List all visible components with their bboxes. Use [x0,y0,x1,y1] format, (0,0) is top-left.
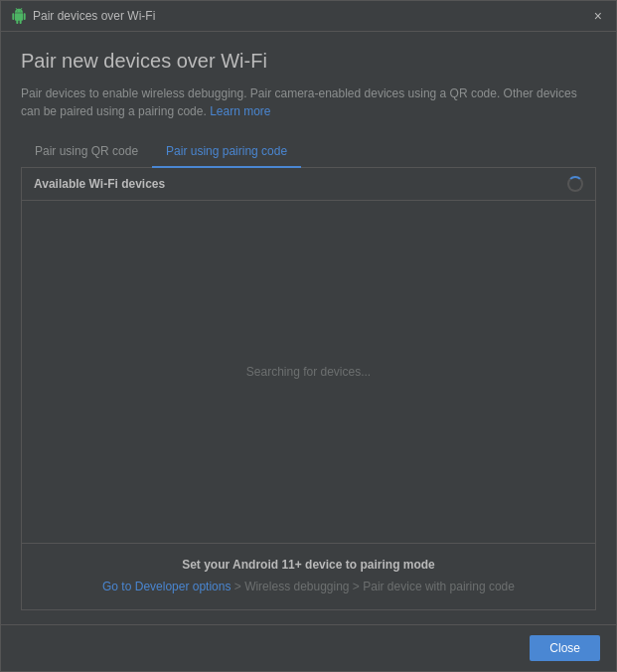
title-bar-title: Pair devices over Wi-Fi [33,9,155,23]
pairing-mode-desc-rest: > Wireless debugging > Pair device with … [231,580,515,593]
pairing-mode-title: Set your Android 11+ device to pairing m… [36,558,581,572]
pairing-mode-description: Go to Developer options > Wireless debug… [36,578,581,595]
searching-text: Searching for devices... [246,365,371,379]
available-devices-label: Available Wi-Fi devices [34,177,165,191]
developer-options-link[interactable]: Go to Developer options [102,580,231,593]
title-bar: Pair devices over Wi-Fi × [1,1,616,32]
close-dialog-button[interactable]: Close [530,635,600,661]
title-bar-left: Pair devices over Wi-Fi [11,8,155,24]
pairing-instructions: Set your Android 11+ device to pairing m… [22,543,595,609]
tabs-container: Pair using QR code Pair using pairing co… [21,136,596,168]
dialog-description: Pair devices to enable wireless debuggin… [21,84,596,120]
tab-pairing-code[interactable]: Pair using pairing code [152,136,301,168]
pair-devices-dialog: Pair devices over Wi-Fi × Pair new devic… [0,0,617,672]
title-bar-close-button[interactable]: × [590,7,606,25]
dialog-heading: Pair new devices over Wi-Fi [21,50,596,73]
searching-area: Searching for devices... [22,201,595,543]
tab-qr-code[interactable]: Pair using QR code [21,136,152,168]
android-icon [11,8,27,24]
device-panel-header: Available Wi-Fi devices [22,168,595,201]
description-text: Pair devices to enable wireless debuggin… [21,86,577,118]
main-content: Pair new devices over Wi-Fi Pair devices… [1,32,616,624]
device-panel: Available Wi-Fi devices Searching for de… [21,168,596,610]
dialog-footer: Close [1,624,616,671]
learn-more-link[interactable]: Learn more [210,104,270,118]
loading-spinner [567,176,583,192]
